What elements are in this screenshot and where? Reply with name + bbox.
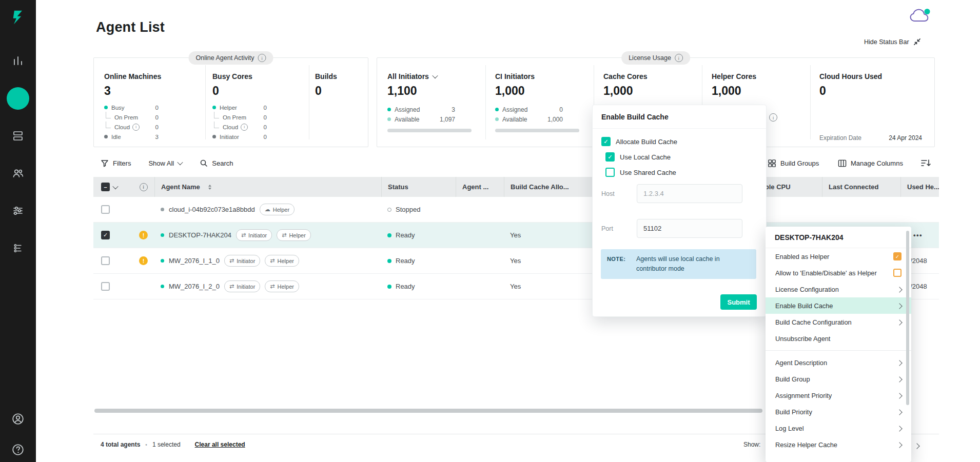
row-checkbox[interactable]	[101, 282, 110, 291]
allocate-build-cache-option[interactable]: ✓ Allocate Build Cache	[601, 134, 757, 149]
submenu-chevron	[897, 392, 901, 399]
menu-item-license-configuration[interactable]: License Configuration	[766, 281, 911, 297]
stat-value: 0	[155, 124, 159, 130]
header-used-helper[interactable]: Used He...	[900, 177, 939, 197]
sidebar-item-agents[interactable]	[7, 87, 29, 110]
row-checkbox[interactable]	[101, 205, 110, 214]
incredibuild-logo[interactable]	[8, 7, 28, 28]
helper-pill: ⇄Helper	[265, 280, 299, 292]
filters-label: Filters	[113, 159, 131, 167]
card-title: CI Initiators	[495, 72, 590, 81]
pipeline-icon	[12, 243, 24, 254]
header-select-cell: –	[93, 177, 132, 197]
menu-item-log-level[interactable]: Log Level	[766, 420, 911, 436]
header-last-connected[interactable]: Last Connected	[822, 177, 900, 197]
header-build-cache[interactable]: Build Cache Allo...	[504, 177, 592, 197]
chevron-right-icon	[896, 287, 902, 292]
sidebar-item-help[interactable]	[7, 438, 29, 461]
submenu-chevron	[897, 359, 901, 367]
status-text: Ready	[396, 231, 415, 239]
sidebar-item-account[interactable]	[7, 408, 29, 430]
checkbox-label: Use Local Cache	[620, 153, 671, 161]
sidebar-item-builds[interactable]	[7, 125, 29, 147]
all-initiators-dropdown[interactable]: All Initiators	[387, 72, 482, 81]
menu-item-assignment-priority[interactable]: Assignment Priority	[766, 387, 911, 404]
chevron-right-icon	[896, 319, 902, 325]
sidebar-item-users[interactable]	[7, 162, 29, 185]
horizontal-scrollbar[interactable]	[94, 409, 762, 413]
pagination-next-button[interactable]	[915, 443, 919, 450]
enabled-as-helper-checkbox[interactable]: ✓	[893, 252, 901, 260]
use-local-cache-option[interactable]: ✓ Use Local Cache	[605, 149, 757, 165]
info-icon[interactable]: i	[241, 124, 248, 131]
host-input[interactable]: 1.2.3.4	[637, 184, 742, 203]
menu-scrollbar[interactable]	[906, 231, 909, 405]
row-checkbox[interactable]	[101, 256, 110, 265]
allocate-build-cache-checkbox[interactable]: ✓	[601, 137, 611, 146]
use-local-cache-checkbox[interactable]: ✓	[605, 152, 615, 162]
sidebar-item-settings[interactable]	[7, 199, 29, 222]
stat-label: Assigned	[395, 106, 420, 113]
status-text: Stopped	[396, 206, 420, 213]
info-icon[interactable]: i	[675, 54, 683, 62]
idle-dot	[104, 135, 108, 138]
hide-status-bar-button[interactable]: Hide Status Bar	[864, 38, 921, 46]
menu-item-agent-description[interactable]: Agent Description	[766, 354, 911, 371]
menu-item-build-cache-configuration[interactable]: Build Cache Configuration	[766, 314, 911, 330]
use-shared-cache-checkbox[interactable]	[605, 168, 615, 177]
pill-label: Helper	[273, 207, 289, 213]
helper-cores-info-icon[interactable]: i	[769, 113, 777, 122]
filters-button[interactable]: Filters	[101, 159, 131, 167]
table-row[interactable]: cloud_i-04b92c073e1a8bbdd ☁Helper Stoppe…	[93, 197, 939, 223]
manage-columns-button[interactable]: Manage Columns	[838, 154, 903, 172]
header-agent-name[interactable]: Agent Name	[154, 177, 381, 197]
row-checkbox[interactable]: ✓	[101, 231, 110, 239]
stat-label: Initiator	[220, 134, 239, 140]
search-button[interactable]: Search	[200, 159, 233, 167]
sort-arrows-icon[interactable]	[208, 185, 211, 190]
agent-name: MW_2076_I_2_0	[169, 283, 220, 290]
cloud-status-button[interactable]	[909, 7, 931, 28]
menu-item-unsubscribe-agent[interactable]: Unsubscribe Agent	[766, 330, 911, 347]
card-value: 1,000	[712, 84, 807, 98]
warning-icon[interactable]: !	[139, 231, 148, 239]
header-agent-truncated[interactable]: Agent ...	[456, 177, 504, 197]
menu-item-build-priority[interactable]: Build Priority	[766, 404, 911, 420]
menu-item-enabled-as-helper[interactable]: Enabled as Helper ✓	[766, 248, 911, 265]
sidebar-item-dashboard[interactable]	[7, 50, 29, 72]
manage-columns-label: Manage Columns	[851, 159, 903, 167]
info-icon[interactable]: i	[132, 124, 140, 131]
menu-item-label: Build Priority	[775, 408, 812, 416]
menu-item-build-group[interactable]: Build Group	[766, 371, 911, 387]
menu-item-label: Enable Build Cache	[775, 302, 833, 310]
page-title: Agent List	[96, 19, 165, 35]
layers-icon	[12, 130, 24, 142]
sort-order-button[interactable]	[921, 154, 931, 172]
checkbox-label: Allocate Build Cache	[616, 138, 677, 146]
port-input[interactable]: 51102	[637, 219, 742, 238]
menu-item-enable-build-cache[interactable]: Enable Build Cache	[766, 297, 911, 314]
row-more-actions-button[interactable]: •••	[913, 231, 923, 239]
build-groups-button[interactable]: Build Groups	[768, 154, 819, 172]
header-status[interactable]: Status	[381, 177, 456, 197]
users-icon	[12, 167, 24, 179]
swap-pill-icon: ⇄	[270, 258, 275, 264]
card-value: 3	[104, 84, 202, 98]
clear-all-selected-link[interactable]: Clear all selected	[195, 441, 245, 448]
use-shared-cache-option[interactable]: Use Shared Cache	[605, 165, 757, 180]
ci-initiators-card: CI Initiators 1,000 Assigned0 Available1…	[495, 58, 590, 132]
sidebar-item-processes[interactable]	[7, 237, 29, 259]
warning-icon[interactable]: !	[139, 256, 148, 265]
chevron-right-icon	[896, 409, 902, 415]
stat-value: 0	[264, 105, 267, 111]
info-icon[interactable]: i	[140, 183, 148, 191]
allow-enable-disable-checkbox[interactable]	[893, 269, 901, 277]
show-all-dropdown[interactable]: Show All	[148, 159, 182, 167]
select-all-checkbox[interactable]: –	[101, 183, 110, 191]
status-dot	[387, 208, 391, 212]
submit-button[interactable]: Submit	[720, 294, 757, 310]
menu-item-resize-helper-cache[interactable]: Resize Helper Cache	[766, 436, 911, 453]
menu-item-allow-enable-disable[interactable]: Allow to 'Enable/Disable' as Helper	[766, 265, 911, 281]
info-icon[interactable]: i	[258, 54, 266, 62]
select-dropdown-icon[interactable]	[112, 183, 118, 189]
